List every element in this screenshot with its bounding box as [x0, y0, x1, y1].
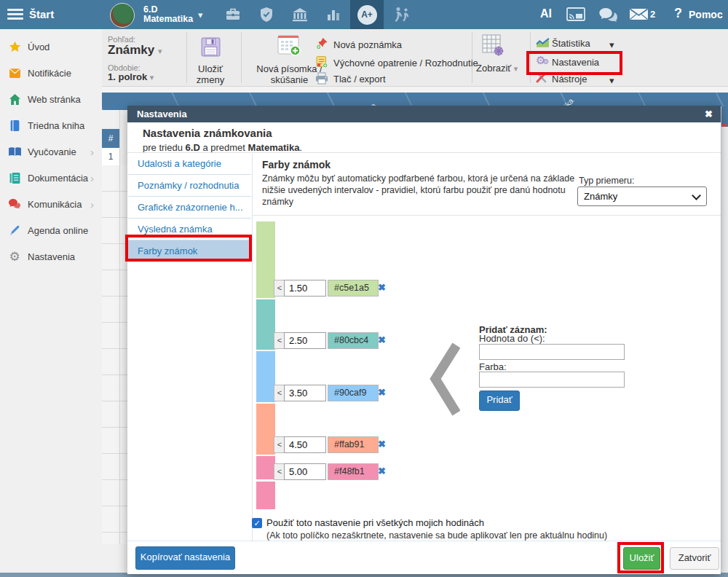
color-bar-segment	[256, 482, 275, 509]
class-subject-selector[interactable]: 6.D Matematika	[143, 5, 193, 24]
openbook-icon	[7, 146, 23, 157]
copy-settings-button[interactable]: Kopírovať nastavenia	[135, 546, 235, 570]
save-button[interactable]: Uložiť	[623, 547, 660, 570]
pen-icon	[7, 224, 23, 236]
class-avatar[interactable]	[110, 3, 135, 28]
chevron-right-icon: ›	[90, 172, 94, 184]
start-button[interactable]: Štart	[29, 8, 54, 20]
chevron-down-icon[interactable]: ▾	[198, 9, 203, 20]
sidebar-item-web-stranka[interactable]: Web stránka	[0, 86, 102, 112]
help-button[interactable]: Pomoc	[689, 9, 723, 20]
chevron-down-icon[interactable]: ▾	[609, 75, 614, 86]
add-color-input[interactable]	[479, 372, 625, 388]
briefcase-icon[interactable]	[216, 0, 250, 29]
sidebar-item-uvod[interactable]: Úvod	[0, 34, 102, 60]
table-row-number: 1	[102, 148, 119, 166]
print-export-button[interactable]: Tlač / export	[333, 74, 386, 85]
background-table-right-edge	[721, 106, 728, 574]
screencast-icon[interactable]	[566, 7, 585, 25]
rule-value-input[interactable]	[284, 280, 326, 297]
modal-nav-udalosti-a-kategorie[interactable]: Udalosti a kategórie	[128, 153, 251, 174]
settings-button[interactable]: Nastavenia	[552, 57, 599, 68]
add-button[interactable]: Pridať	[479, 390, 520, 411]
grades-icon: A+	[357, 5, 377, 25]
tools-icon	[535, 71, 548, 87]
chevron-down-icon	[692, 191, 701, 200]
dialog-titlebar: Nastavenia ✖	[127, 106, 721, 122]
delete-rule-icon[interactable]: ✖	[378, 387, 386, 398]
rule-value-input[interactable]	[284, 463, 326, 480]
new-test-button[interactable]: Nová písomka / skúšanie	[255, 63, 324, 85]
menu-icon[interactable]	[7, 9, 23, 20]
new-note-icon	[315, 37, 328, 53]
background-grade-mark	[722, 124, 727, 127]
sidebar-item-triedna-kniha[interactable]: Triedna kniha	[0, 112, 102, 138]
chevron-right-icon: ›	[90, 198, 94, 211]
sidebar-item-komunikacia[interactable]: Komunikácia›	[0, 191, 102, 217]
mail-icon[interactable]	[629, 8, 649, 23]
ai-button[interactable]: AI	[540, 7, 552, 20]
modal-nav-vysledna-znamka[interactable]: Výsledná známka	[128, 218, 251, 240]
attendance-icon[interactable]	[384, 0, 418, 29]
sidebar-item-label: Web stránka	[28, 94, 81, 105]
delete-rule-icon[interactable]: ✖	[378, 466, 386, 476]
sidebar-item-vyucovanie[interactable]: Vyučovanie›	[0, 138, 102, 165]
chat-icon[interactable]	[598, 7, 618, 25]
shield-check-icon[interactable]	[250, 0, 283, 29]
modal-nav-graficke-znazornenie-h[interactable]: Grafické znázornenie h...	[128, 196, 251, 218]
modal-nav-poznamky-rozhodnutia[interactable]: Poznámky / rozhodnutia	[128, 174, 251, 196]
statistics-button[interactable]: Štatistika	[552, 38, 590, 49]
sidebar-item-notifikacie[interactable]: Notifikácie	[0, 60, 102, 86]
help-icon[interactable]: ?	[674, 6, 682, 21]
grades-toolbar: Pohľad: Známky ▾ Obdobie: 1. polrok ▾ Ul…	[102, 29, 728, 87]
add-color-label: Farba:	[479, 361, 507, 372]
add-value-input[interactable]	[479, 344, 625, 360]
tools-button[interactable]: Nástroje	[552, 74, 587, 85]
period-selector[interactable]: 1. polrok ▾	[108, 71, 154, 82]
display-button[interactable]: Zobraziť ▾	[476, 63, 518, 74]
grades-tab[interactable]: A+	[350, 0, 384, 29]
sidebar-item-nastavenia[interactable]: ⚙Nastavenia	[0, 243, 102, 270]
close-button[interactable]: Zatvoriť	[670, 547, 719, 570]
sidebar-item-dokumentacia[interactable]: Dokumentácia›	[0, 165, 102, 191]
sidebar-item-agenda-online[interactable]: Agenda online	[0, 217, 102, 243]
sidebar-item-label: Dokumentácia	[28, 173, 88, 184]
color-bar-segment	[256, 404, 275, 455]
close-icon[interactable]: ✖	[705, 106, 713, 122]
modal-nav-farby-znamok[interactable]: Farby známok	[128, 240, 251, 262]
sidebar-item-label: Úvod	[28, 42, 50, 52]
rule-color-swatch: #80cbc4	[328, 332, 379, 349]
house-icon	[7, 93, 23, 106]
sidebar-item-label: Komunikácia	[28, 199, 82, 210]
apply-left-chevron-icon[interactable]	[430, 341, 460, 417]
sidebar-item-label: Notifikácie	[28, 68, 71, 79]
rule-value-input[interactable]	[284, 436, 326, 453]
chevron-right-icon: ›	[90, 146, 94, 158]
chat-icon	[7, 198, 23, 210]
settings-dialog: Nastavenia ✖ Nastavenia známkovania pre …	[127, 106, 721, 574]
table-grid-rows	[102, 165, 127, 544]
index-column-header: #	[102, 129, 119, 148]
apply-all-checkbox[interactable]: ✓	[252, 518, 262, 528]
institution-icon[interactable]	[283, 0, 317, 29]
action-button[interactable]: Výchovné opatrenie / Rozhodnutie	[333, 58, 478, 68]
save-icon	[200, 36, 221, 60]
background-table-column: # 1	[102, 110, 127, 574]
save-changes-button[interactable]: Uložiť zmeny	[189, 63, 232, 85]
new-note-button[interactable]: Nová poznámka	[333, 39, 402, 50]
rule-value-input[interactable]	[284, 332, 326, 349]
chevron-down-icon[interactable]: ▾	[609, 39, 614, 50]
delete-rule-icon[interactable]: ✖	[378, 334, 386, 345]
star-icon	[7, 41, 23, 53]
notebook-icon	[7, 119, 23, 132]
bar-chart-icon[interactable]	[317, 0, 350, 29]
average-type-select[interactable]: Známky	[577, 187, 707, 206]
delete-rule-icon[interactable]: ✖	[378, 282, 386, 293]
section-description: Známky môžu byť automaticky podfarbené f…	[262, 173, 591, 208]
sidebar-item-label: Triedna kniha	[28, 120, 84, 131]
new-test-icon	[277, 34, 301, 60]
delete-rule-icon[interactable]: ✖	[378, 439, 386, 450]
rule-value-input[interactable]	[284, 385, 326, 401]
subject-name: Matematika	[143, 15, 193, 24]
view-selector[interactable]: Známky ▾	[108, 43, 162, 58]
